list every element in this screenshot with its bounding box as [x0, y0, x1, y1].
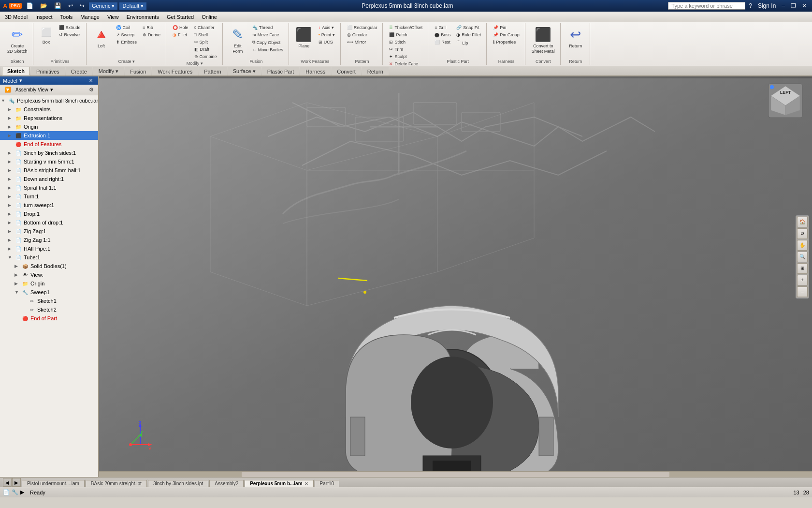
new-btn[interactable]: 📄: [24, 2, 36, 10]
tree-item-extrusion1[interactable]: ▶ ⬛ Extrusion 1: [0, 131, 98, 140]
close-btn[interactable]: ✕: [799, 2, 809, 10]
view-pan-btn[interactable]: ✋: [797, 240, 808, 251]
menu-inspect[interactable]: Inspect: [31, 13, 56, 21]
move-face-btn[interactable]: ⇥ Move Face: [250, 31, 286, 38]
menu-tools[interactable]: Tools: [57, 13, 77, 21]
ucs-btn[interactable]: ⊞ UCS: [316, 39, 337, 45]
convert-sheet-metal-btn[interactable]: ⬛ Convert toSheet Metal: [529, 24, 557, 56]
split-btn[interactable]: ✂ Split: [192, 39, 219, 45]
thread-btn[interactable]: 🔩 Thread: [250, 24, 286, 31]
redo-btn[interactable]: ↪: [77, 2, 87, 10]
tree-item-root[interactable]: ▼ 🔩 Perplexus 5mm ball 3inch cube.iam: [0, 96, 98, 105]
combine-btn[interactable]: ⊕ Combine: [192, 53, 219, 60]
tree-item-turnsweep[interactable]: ▶ 📄 turn sweep:1: [0, 201, 98, 209]
search-input[interactable]: [668, 2, 745, 10]
menu-getstarted[interactable]: Get Started: [163, 13, 198, 21]
tree-item-endfeatures[interactable]: 🔴 End of Features: [0, 140, 98, 149]
tab-sketch[interactable]: Sketch: [2, 67, 30, 75]
derive-btn[interactable]: ⊕ Derive: [140, 31, 163, 38]
grill-btn[interactable]: ≡ Grill: [432, 24, 453, 31]
box-btn[interactable]: ⬜ Box: [37, 24, 56, 46]
stitch-btn[interactable]: ⊞ Stitch: [387, 39, 425, 45]
tab-surface[interactable]: Surface ▾: [228, 67, 261, 75]
rule-fillet-btn[interactable]: ◑ Rule Fillet: [454, 31, 483, 38]
pin-group-btn[interactable]: 📌 Pin Group: [491, 31, 522, 38]
tree-item-starting[interactable]: ▶ 📄 Starting v mm 5mm:1: [0, 157, 98, 166]
menu-manage[interactable]: Manage: [76, 13, 103, 21]
tab-perplexus-close[interactable]: ✕: [304, 481, 308, 486]
menu-view[interactable]: View: [103, 13, 123, 21]
status-icon-btn[interactable]: 📄: [3, 489, 10, 495]
tab-pistol[interactable]: Pistol undermount....iam: [22, 480, 85, 487]
minimize-btn[interactable]: –: [779, 2, 787, 10]
help-btn[interactable]: ?: [746, 2, 754, 10]
tab-3inch[interactable]: 3inch by 3inch sides.ipt: [148, 480, 208, 487]
menu-3dmodel[interactable]: 3D Model: [1, 13, 31, 21]
env-selector[interactable]: Default ▾: [119, 2, 146, 10]
status-icon2-btn[interactable]: 🔧: [12, 489, 18, 495]
edit-form-btn[interactable]: ✎ EditForm: [227, 24, 249, 56]
tab-assembly2[interactable]: Assembly2: [209, 480, 244, 487]
tree-item-solidbodies[interactable]: ▶ 📦 Solid Bodies(1): [0, 262, 98, 270]
viewport-hscrollbar[interactable]: [99, 471, 812, 477]
plane-btn[interactable]: ⬛ Plane: [293, 24, 315, 50]
patch-btn[interactable]: ⬛ Patch: [387, 31, 425, 38]
tree-item-basic[interactable]: ▶ 📄 BAsic stright 5mm ball:1: [0, 166, 98, 175]
tree-item-drop[interactable]: ▶ 📄 Drop:1: [0, 209, 98, 218]
tree-item-origin[interactable]: ▶ 📁 Origin: [0, 122, 98, 131]
thicken-btn[interactable]: ≣ Thicken/Offset: [387, 24, 425, 31]
tab-nav-right[interactable]: ▶: [12, 478, 21, 487]
snap-fit-btn[interactable]: 🔗 Snap Fit: [454, 24, 483, 31]
tab-part10[interactable]: Part10: [315, 480, 339, 487]
tab-primitives[interactable]: Primitives: [31, 67, 65, 75]
tab-return[interactable]: Return: [362, 67, 389, 75]
properties-btn[interactable]: ℹ Properties: [491, 39, 522, 45]
tree-item-spiral[interactable]: ▶ 📄 Spiral trial 1:1: [0, 183, 98, 192]
axis-btn[interactable]: ↕ Axis ▾: [316, 24, 337, 31]
undo-btn[interactable]: ↩: [66, 2, 75, 10]
mirror-btn[interactable]: ⟺ Mirror: [345, 39, 380, 45]
point-btn[interactable]: • Point ▾: [316, 31, 337, 38]
sweep-btn[interactable]: ↗ Sweep: [114, 31, 140, 38]
tree-item-constraints[interactable]: ▶ 📁 Constraints: [0, 105, 98, 114]
view-zoomout-btn[interactable]: –: [797, 286, 808, 297]
tree-item-zigzag11[interactable]: ▶ 📄 Zig Zag 1:1: [0, 236, 98, 244]
tree-item-sweep1[interactable]: ▼ 🔧 Sweep1: [0, 288, 98, 297]
tab-workfeatures[interactable]: Work Features: [152, 67, 198, 75]
filter-btn[interactable]: 🔽: [2, 86, 14, 94]
circular-btn[interactable]: ◎ Circular: [345, 31, 380, 38]
open-btn[interactable]: 📂: [38, 2, 50, 10]
lip-btn[interactable]: ⌒ Lip: [454, 39, 483, 47]
tab-fusion[interactable]: Fusion: [125, 67, 151, 75]
settings-btn[interactable]: ⚙: [87, 86, 96, 94]
rib-btn[interactable]: ≡ Rib: [140, 24, 163, 31]
menu-environments[interactable]: Environments: [123, 13, 163, 21]
tab-create[interactable]: Create: [66, 67, 92, 75]
view-zoomall-btn[interactable]: ⊞: [797, 263, 808, 274]
tab-convert[interactable]: Convert: [332, 67, 361, 75]
view-zoomin-btn[interactable]: +: [797, 275, 808, 285]
loft-btn[interactable]: 🔺 Loft: [90, 24, 113, 50]
tree-item-endpart[interactable]: 🔴 End of Part: [0, 314, 98, 323]
tab-perplexus[interactable]: Perplexus 5mm b...iam ✕: [245, 480, 313, 487]
nav-cube[interactable]: LEFT: [766, 81, 805, 120]
tree-item-tube[interactable]: ▼ 📄 Tube:1: [0, 253, 98, 262]
coil-btn[interactable]: 🌀 Coil: [114, 24, 140, 31]
tab-pattern[interactable]: Pattern: [199, 67, 226, 75]
tab-nav-left[interactable]: ◀: [3, 478, 12, 487]
view-zoom-btn[interactable]: 🔍: [797, 252, 808, 262]
return-btn[interactable]: ↩ Return: [565, 24, 587, 50]
view-selector[interactable]: Generic ▾: [89, 2, 118, 10]
tree-item-halfpipe[interactable]: ▶ 📄 HAlf Pipe:1: [0, 244, 98, 253]
save-btn[interactable]: 💾: [52, 2, 64, 10]
shell-btn[interactable]: □ Shell: [192, 31, 219, 38]
tree-item-representations[interactable]: ▶ 📁 Representations: [0, 114, 98, 122]
view-orbit-btn[interactable]: ↺: [797, 228, 808, 239]
view-home-btn[interactable]: 🏠: [797, 217, 808, 227]
rectangular-btn[interactable]: ⬜ Rectangular: [345, 24, 380, 31]
fillet-btn[interactable]: ◑ Fillet: [170, 31, 191, 38]
tab-modify[interactable]: Modify ▾: [93, 67, 124, 75]
tree-item-sketch1[interactable]: ✏ Sketch1: [0, 297, 98, 305]
chamfer-btn[interactable]: ◊ Chamfer: [192, 24, 219, 31]
status-icon3-btn[interactable]: ▶: [20, 489, 24, 495]
